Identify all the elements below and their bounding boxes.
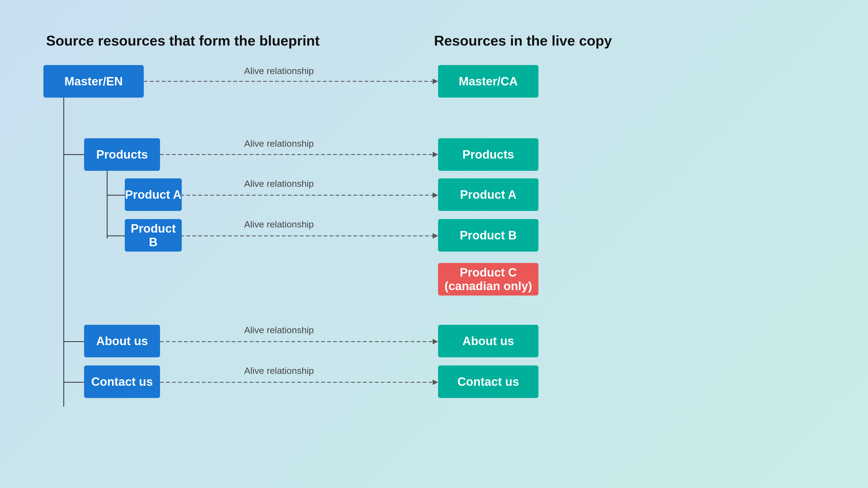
svg-marker-8 [433, 78, 438, 84]
svg-marker-14 [433, 233, 438, 238]
rel-label-6: Alive relationship [244, 365, 314, 376]
node-product-a: Product A [125, 178, 182, 211]
node-products: Products [84, 138, 160, 171]
node-products-live: Products [438, 138, 538, 171]
rel-label-4: Alive relationship [244, 219, 314, 230]
rel-label-2: Alive relationship [244, 138, 314, 149]
rel-label-1: Alive relationship [244, 66, 314, 76]
node-contact-us-live: Contact us [438, 365, 538, 398]
node-master-ca: Master/CA [438, 65, 538, 98]
node-master-en: Master/EN [43, 65, 144, 98]
svg-marker-18 [433, 380, 438, 385]
node-about-us: About us [84, 325, 160, 357]
rel-label-3: Alive relationship [244, 178, 314, 189]
diagram: Alive relationship Alive relationship Al… [27, 49, 841, 455]
node-product-a-live: Product A [438, 178, 538, 211]
source-heading: Source resources that form the blueprint [46, 33, 319, 49]
page-container: Source resources that form the blueprint… [0, 0, 868, 488]
node-contact-us: Contact us [84, 365, 160, 398]
svg-marker-12 [433, 193, 438, 198]
node-product-b: Product B [125, 219, 182, 252]
svg-marker-16 [433, 339, 438, 344]
node-about-us-live: About us [438, 325, 538, 357]
node-product-c: Product C (canadian only) [438, 263, 538, 295]
node-product-b-live: Product B [438, 219, 538, 252]
rel-label-5: Alive relationship [244, 325, 314, 335]
svg-marker-10 [433, 152, 438, 157]
live-heading: Resources in the live copy [434, 33, 612, 49]
